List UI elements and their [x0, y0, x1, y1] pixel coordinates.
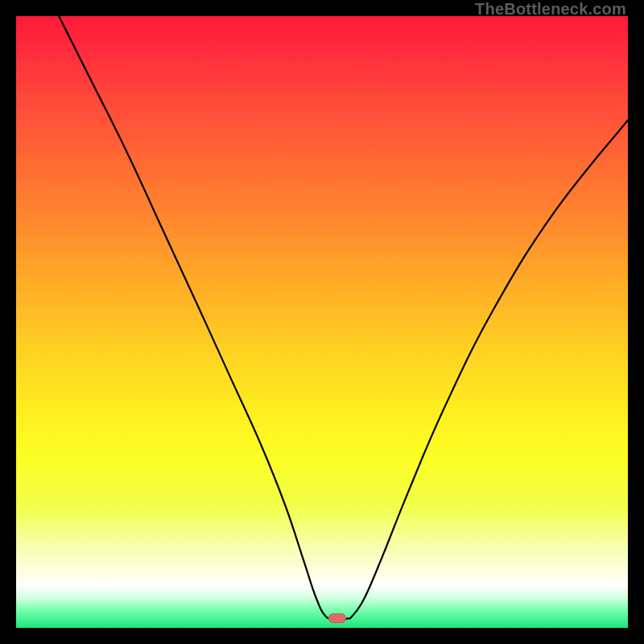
- chart-frame: TheBottleneck.com: [0, 0, 644, 644]
- bottleneck-curve: [59, 16, 628, 619]
- optimal-marker: [328, 613, 346, 623]
- curve-svg: [16, 16, 628, 628]
- plot-area: [16, 16, 628, 628]
